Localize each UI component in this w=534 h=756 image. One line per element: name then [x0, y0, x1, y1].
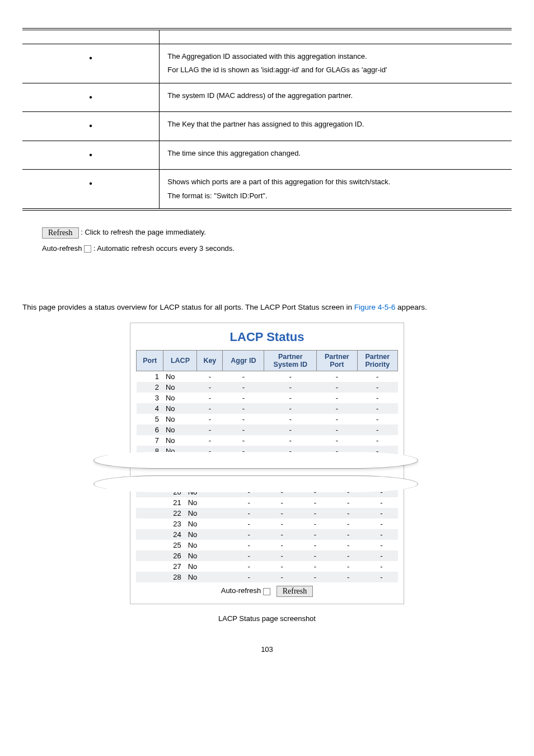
cell-dash: - — [265, 540, 298, 550]
cell-lacp: No — [186, 572, 232, 582]
cell-port: 1 — [137, 371, 163, 382]
cell-dash: - — [223, 435, 264, 446]
cell-dash: - — [365, 497, 398, 508]
refresh-help-text: : Click to refresh the page immediately. — [81, 228, 206, 237]
cell-dash: - — [232, 572, 265, 582]
cell-lacp: No — [163, 424, 197, 435]
autorefresh-checkbox[interactable] — [263, 588, 270, 595]
cell-dash: - — [232, 529, 265, 540]
figure-caption: LACP Status page screenshot — [22, 614, 512, 623]
cell-dash: - — [264, 435, 317, 446]
cell-dash: - — [357, 371, 397, 382]
cell-dash: - — [223, 393, 264, 403]
row-bullet: • — [22, 44, 160, 83]
row-bullet: • — [22, 170, 160, 210]
cell-dash: - — [357, 393, 397, 403]
row-bullet: • — [22, 83, 160, 111]
cell-dash: - — [298, 550, 331, 561]
lacp-row: 26No----- — [136, 550, 398, 561]
cell-dash: - — [232, 550, 265, 561]
cell-dash: - — [232, 519, 265, 529]
cell-dash: - — [264, 424, 317, 435]
table-row: • The time since this aggregation change… — [22, 141, 512, 169]
row-desc: The Key that the partner has assigned to… — [160, 112, 512, 141]
cell-port: 25 — [136, 540, 186, 550]
cell-port: 28 — [136, 572, 186, 582]
col-partner-sysid: Partner System ID — [264, 351, 317, 371]
cell-port: 3 — [137, 393, 163, 403]
cell-dash: - — [223, 403, 264, 414]
lacp-row: 1No----- — [137, 371, 398, 382]
cell-dash: - — [357, 414, 397, 424]
cell-lacp: No — [186, 550, 232, 561]
cell-port: 4 — [137, 403, 163, 414]
cell-dash: - — [365, 508, 398, 519]
table-header-row — [22, 29, 512, 44]
cell-dash: - — [197, 403, 223, 414]
cell-dash: - — [264, 393, 317, 403]
lacp-row: 3No----- — [137, 393, 398, 403]
lacp-controls: Auto-refresh Refresh — [136, 582, 398, 597]
col-port: Port — [137, 351, 163, 371]
cell-lacp: No — [186, 529, 232, 540]
cell-dash: - — [317, 435, 357, 446]
cell-lacp: No — [163, 414, 197, 424]
cell-dash: - — [357, 424, 397, 435]
cell-dash: - — [365, 519, 398, 529]
cell-port: 6 — [137, 424, 163, 435]
cell-lacp: No — [186, 540, 232, 550]
cell-port: 23 — [136, 519, 186, 529]
cell-dash: - — [317, 414, 357, 424]
cell-dash: - — [332, 550, 365, 561]
cell-dash: - — [197, 382, 223, 393]
cell-port: 22 — [136, 508, 186, 519]
lacp-header-row: Port LACP Key Aggr ID Partner System ID … — [137, 351, 398, 371]
cell-dash: - — [298, 519, 331, 529]
cell-dash: - — [365, 572, 398, 582]
cell-dash: - — [357, 435, 397, 446]
cell-dash: - — [264, 382, 317, 393]
cell-dash: - — [365, 529, 398, 540]
refresh-button-image: Refresh — [42, 227, 79, 239]
col-partner-port: Partner Port — [317, 351, 357, 371]
cell-dash: - — [265, 550, 298, 561]
header-col-description — [160, 29, 512, 44]
cell-lacp: No — [163, 403, 197, 414]
page-tear-graphic — [93, 454, 418, 490]
refresh-button[interactable]: Refresh — [277, 586, 313, 597]
cell-dash: - — [264, 414, 317, 424]
lacp-row: 22No----- — [136, 508, 398, 519]
cell-port: 27 — [136, 561, 186, 572]
cell-port: 5 — [137, 414, 163, 424]
cell-port: 24 — [136, 529, 186, 540]
cell-lacp: No — [163, 382, 197, 393]
table-row: • The system ID (MAC address) of the agg… — [22, 83, 512, 111]
cell-dash: - — [332, 561, 365, 572]
cell-dash: - — [332, 519, 365, 529]
cell-dash: - — [332, 572, 365, 582]
autorefresh-label: Auto-refresh — [42, 244, 84, 253]
cell-port: 7 — [137, 435, 163, 446]
cell-lacp: No — [163, 435, 197, 446]
lacp-row: 6No----- — [137, 424, 398, 435]
cell-port: 26 — [136, 550, 186, 561]
cell-dash: - — [365, 550, 398, 561]
cell-dash: - — [298, 497, 331, 508]
description-table: • The Aggregation ID associated with thi… — [22, 28, 512, 211]
lacp-title: LACP Status — [136, 330, 398, 344]
cell-dash: - — [232, 497, 265, 508]
cell-lacp: No — [163, 393, 197, 403]
autorefresh-label: Auto-refresh — [221, 587, 261, 595]
cell-dash: - — [317, 403, 357, 414]
cell-dash: - — [317, 371, 357, 382]
row-desc: The time since this aggregation changed. — [160, 141, 512, 169]
lacp-row: 27No----- — [136, 561, 398, 572]
col-partner-priority: Partner Priority — [357, 351, 397, 371]
cell-dash: - — [298, 529, 331, 540]
row-desc: The system ID (MAC address) of the aggre… — [160, 83, 512, 111]
cell-dash: - — [298, 572, 331, 582]
cell-dash: - — [332, 508, 365, 519]
cell-dash: - — [223, 382, 264, 393]
cell-dash: - — [265, 529, 298, 540]
lacp-row: 21No----- — [136, 497, 398, 508]
